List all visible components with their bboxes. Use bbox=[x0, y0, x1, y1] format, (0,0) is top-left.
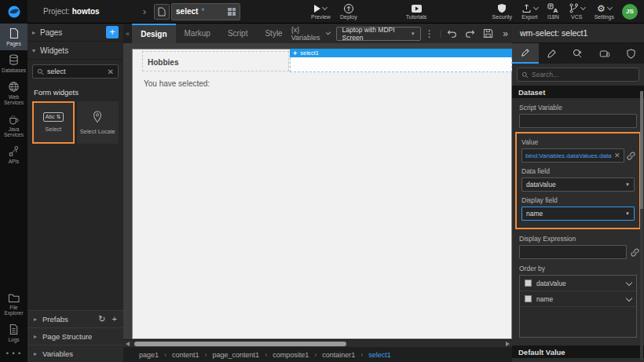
pencil-icon bbox=[521, 48, 530, 57]
properties-panel-tabs bbox=[512, 43, 644, 64]
collapse-left-panel-button[interactable]: « bbox=[123, 24, 132, 43]
horizontal-scrollbar[interactable] bbox=[123, 339, 512, 347]
rail-item-pages[interactable]: Pages bbox=[0, 24, 27, 50]
chevron-down-icon[interactable] bbox=[626, 279, 632, 285]
vcs-button[interactable]: VCS bbox=[564, 4, 590, 20]
open-page-tab[interactable]: select * bbox=[171, 3, 240, 20]
form-label-cell[interactable]: Hobbies bbox=[142, 51, 289, 71]
order-by-row[interactable]: dataValue bbox=[520, 276, 636, 291]
variables-dropdown[interactable]: {x} Variables bbox=[291, 26, 331, 42]
wavemaker-logo[interactable] bbox=[0, 0, 27, 24]
move-icon[interactable]: + bbox=[293, 49, 297, 57]
refresh-prefabs-icon[interactable]: ↻ bbox=[98, 314, 105, 324]
page-icon-button[interactable] bbox=[154, 4, 170, 20]
scroll-right-arrow[interactable] bbox=[506, 342, 510, 346]
scroll-left-arrow[interactable] bbox=[126, 342, 130, 346]
scrollbar-thumb[interactable] bbox=[134, 342, 346, 346]
tutorials-button[interactable]: Tutorials bbox=[401, 4, 432, 20]
add-prefab-icon[interactable]: + bbox=[112, 314, 117, 324]
order-by-row[interactable]: name bbox=[520, 291, 636, 307]
data-field-label: Data field bbox=[521, 167, 635, 175]
breadcrumb-page-content1[interactable]: page_content1 bbox=[213, 351, 260, 359]
breadcrumb-page1[interactable]: page1 bbox=[139, 351, 159, 359]
undo-button[interactable] bbox=[443, 29, 461, 38]
tab-device[interactable] bbox=[591, 43, 618, 64]
data-field-select[interactable]: dataValue ▼ bbox=[521, 177, 635, 192]
prefabs-section-header[interactable]: ▸ Prefabs ↻ + bbox=[27, 310, 123, 327]
settings-button[interactable]: ⚙ Settings bbox=[590, 4, 619, 20]
rail-item-file-explorer[interactable]: File Explorer bbox=[0, 289, 27, 320]
tab-security[interactable] bbox=[617, 43, 644, 64]
search-icon bbox=[37, 68, 44, 75]
clear-search-icon[interactable]: ✕ bbox=[108, 68, 114, 76]
export-button[interactable]: Export bbox=[517, 4, 543, 20]
breadcrumb-select1[interactable]: select1 bbox=[368, 351, 391, 359]
tab-styles[interactable] bbox=[539, 43, 565, 64]
tab-name: select bbox=[176, 7, 198, 16]
collapsed-arrow-icon: ▸ bbox=[32, 29, 35, 36]
bind-link-icon[interactable] bbox=[627, 152, 635, 160]
display-field-select[interactable]: name ▼ bbox=[521, 207, 635, 221]
tab-events[interactable] bbox=[565, 43, 591, 64]
panel-scrollbar-thumb[interactable] bbox=[640, 91, 643, 209]
tab-markup[interactable]: Markup bbox=[176, 24, 219, 43]
clear-value-icon[interactable]: ✕ bbox=[614, 152, 620, 159]
more-options-icon[interactable]: ⋮ bbox=[421, 28, 438, 39]
widget-tile-select-locale[interactable]: Select Locale bbox=[77, 101, 119, 144]
expand-right-panel-button[interactable]: » bbox=[499, 28, 512, 39]
tab-properties[interactable] bbox=[512, 43, 539, 64]
value-input[interactable] bbox=[525, 152, 612, 159]
display-expression-input[interactable] bbox=[523, 249, 623, 256]
preview-button[interactable]: Preview bbox=[306, 4, 335, 20]
coffee-icon bbox=[8, 114, 20, 125]
breadcrumb-content1[interactable]: content1 bbox=[172, 351, 199, 359]
chevron-down-icon[interactable] bbox=[626, 294, 632, 301]
left-panel: ▸ Pages + ▾ Widgets ✕ Form widgets Abc ⇅… bbox=[27, 24, 123, 362]
deploy-label: Deploy bbox=[340, 14, 357, 20]
redo-button[interactable] bbox=[461, 29, 479, 38]
widget-selection-header[interactable]: + select1 bbox=[290, 49, 512, 57]
variables-section-header[interactable]: ▸ Variables bbox=[27, 345, 123, 362]
security-button[interactable]: Security bbox=[488, 4, 517, 20]
rail-item-apis[interactable]: APIs bbox=[0, 141, 27, 168]
design-canvas[interactable]: Hobbies + select1 You have selected: bbox=[132, 49, 512, 339]
rail-item-databases[interactable]: Databases bbox=[0, 50, 27, 77]
tab-script[interactable]: Script bbox=[219, 24, 257, 43]
widget-search-input[interactable] bbox=[47, 68, 104, 75]
properties-panel-title: wm-select: select1 bbox=[512, 24, 644, 43]
save-button[interactable] bbox=[479, 28, 497, 38]
i18n-button[interactable]: A I18N bbox=[543, 4, 564, 20]
unsaved-indicator: * bbox=[201, 7, 204, 16]
rail-item-logs[interactable]: Logs bbox=[0, 320, 27, 346]
widget-tile-select[interactable]: Abc ⇅ Select bbox=[32, 101, 75, 144]
script-variable-input[interactable] bbox=[523, 118, 633, 125]
page-structure-section-header[interactable]: ▸ Page Structure bbox=[27, 327, 123, 345]
selected-select-widget[interactable]: + select1 bbox=[290, 49, 512, 72]
rail-more-button[interactable]: • • • bbox=[0, 346, 27, 362]
bind-link-icon[interactable] bbox=[629, 248, 640, 257]
display-expression-field bbox=[519, 245, 627, 259]
expanded-arrow-icon: ▾ bbox=[32, 47, 35, 54]
chevron-down-icon bbox=[580, 5, 586, 10]
device-selector[interactable]: Laptop with MDPI Screen ▼ bbox=[336, 27, 420, 41]
magnifier-star-icon bbox=[573, 49, 583, 59]
checkbox[interactable] bbox=[525, 280, 532, 287]
pages-section-header[interactable]: ▸ Pages + bbox=[27, 24, 123, 42]
checkbox[interactable] bbox=[525, 295, 532, 302]
widgets-section-header[interactable]: ▾ Widgets bbox=[27, 42, 123, 60]
rail-item-web-services[interactable]: Web Services bbox=[0, 77, 27, 109]
rail-item-java-services[interactable]: Java Services bbox=[0, 110, 27, 141]
property-search-input[interactable] bbox=[532, 71, 635, 79]
pages-icon bbox=[9, 27, 20, 39]
panel-scrollbar[interactable] bbox=[640, 91, 643, 360]
add-page-button[interactable]: + bbox=[106, 26, 119, 38]
tutorials-label: Tutorials bbox=[406, 14, 427, 20]
tab-style[interactable]: Style bbox=[256, 24, 291, 43]
user-avatar[interactable]: JS bbox=[622, 4, 638, 20]
tab-design[interactable]: Design bbox=[132, 24, 175, 43]
deploy-button[interactable]: Deploy bbox=[335, 4, 362, 20]
select-widget-body[interactable] bbox=[290, 57, 512, 72]
breadcrumb-container1[interactable]: container1 bbox=[322, 351, 355, 359]
breadcrumb-composite1[interactable]: composite1 bbox=[273, 351, 309, 359]
project-label: Project: howtos bbox=[43, 7, 100, 16]
